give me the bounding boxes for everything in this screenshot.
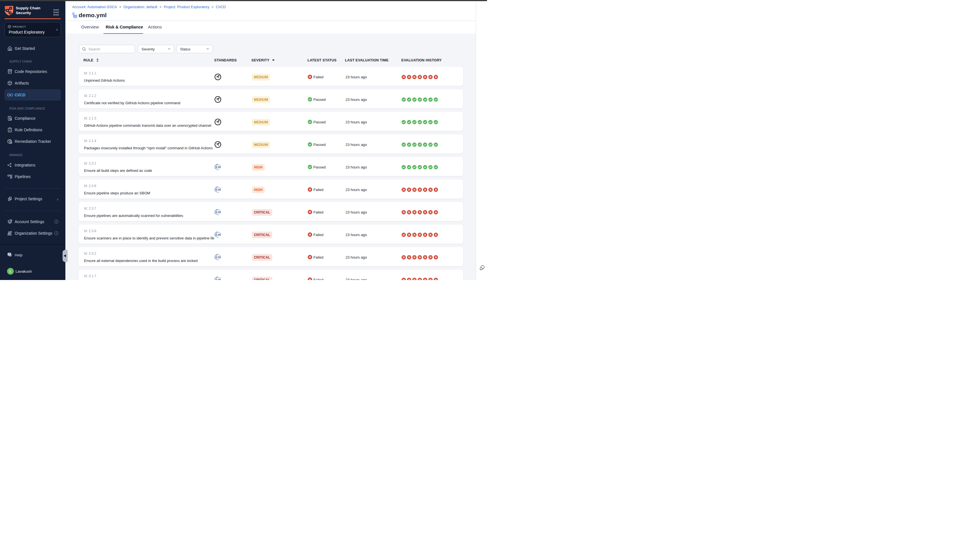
svg-text:CIS: CIS [216,211,221,214]
svg-text:CIS: CIS [216,278,221,280]
svg-text:CIS: CIS [216,256,221,259]
svg-text:CIS: CIS [216,188,221,191]
svg-text:CIS: CIS [216,166,221,169]
svg-text:CIS: CIS [216,233,221,236]
svg-text:?: ? [8,253,10,255]
